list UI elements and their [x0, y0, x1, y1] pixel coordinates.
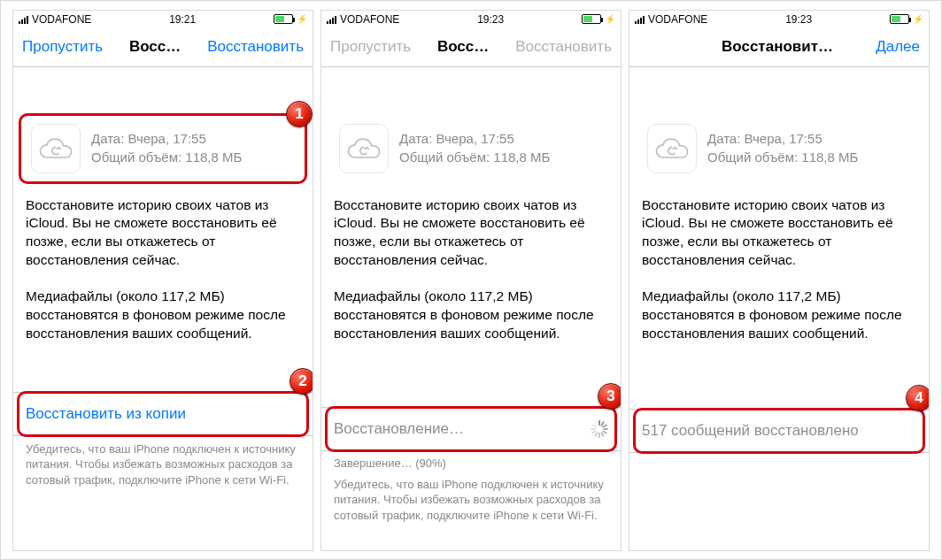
- nav-restore-link[interactable]: Восстановить: [207, 38, 304, 55]
- wifi-disclaimer: Убедитесь, что ваш iPhone подключен к ис…: [334, 472, 608, 524]
- nav-bar: Восстановить из iCloud Далее: [629, 28, 929, 67]
- restored-row: 517 сообщений восстановлено 4: [629, 409, 929, 453]
- restore-description: Восстановите историю своих чатов из iClo…: [642, 196, 916, 271]
- nav-skip-link: Пропустить: [330, 38, 411, 55]
- backup-date: Дата: Вчера, 17:55: [707, 130, 858, 148]
- media-description: Медиафайлы (около 117,2 МБ) восстановятс…: [642, 288, 916, 343]
- backup-size: Общий объём: 118,8 МБ: [91, 149, 242, 166]
- nav-bar: Пропустить Восс… Восстановить: [321, 28, 621, 67]
- nav-title: Восстановить из iCloud: [718, 38, 840, 56]
- content-area: Дата: Вчера, 17:55 Общий объём: 118,8 МБ…: [321, 67, 621, 550]
- wifi-disclaimer: Убедитесь, что ваш iPhone подключен к ис…: [26, 436, 300, 488]
- restored-count-label: 517 сообщений восстановлено: [642, 422, 859, 440]
- media-description: Медиафайлы (около 117,2 МБ) восстановятс…: [26, 288, 300, 343]
- content-area: Дата: Вчера, 17:55 Общий объём: 118,8 МБ…: [629, 67, 929, 550]
- media-description: Медиафайлы (около 117,2 МБ) восстановятс…: [334, 288, 608, 343]
- battery-icon: [890, 14, 909, 24]
- content-area: Дата: Вчера, 17:55 Общий объём: 118,8 МБ…: [13, 67, 313, 550]
- screenshot-stage: VODAFONE 19:21 ⚡ Пропустить Восс… Восста…: [0, 0, 942, 560]
- restoring-row: Восстановление… 3: [321, 407, 621, 451]
- signal-icon: [19, 15, 28, 24]
- annotation-badge-1: 1: [286, 101, 313, 127]
- clock-label: 19:23: [785, 13, 812, 26]
- clock-label: 19:21: [169, 13, 196, 26]
- annotation-badge-4: 4: [906, 385, 930, 411]
- restore-description: Восстановите историю своих чатов из iClo…: [26, 196, 300, 271]
- nav-title: Восс…: [411, 38, 515, 56]
- backup-size: Общий объём: 118,8 МБ: [399, 149, 550, 166]
- charging-icon: ⚡: [605, 14, 615, 24]
- status-bar: VODAFONE 19:23 ⚡: [629, 11, 929, 28]
- signal-icon: [327, 15, 336, 24]
- nav-bar: Пропустить Восс… Восстановить: [13, 28, 313, 67]
- carrier-label: VODAFONE: [340, 13, 399, 26]
- carrier-label: VODAFONE: [32, 13, 91, 26]
- status-bar: VODAFONE 19:21 ⚡: [13, 11, 313, 28]
- annotation-badge-2: 2: [290, 368, 313, 395]
- restore-from-copy-label: Восстановить из копии: [26, 405, 186, 423]
- nav-next-link[interactable]: Далее: [876, 38, 920, 55]
- backup-card: Дата: Вчера, 17:55 Общий объём: 118,8 МБ…: [26, 117, 300, 180]
- backup-date: Дата: Вчера, 17:55: [91, 130, 242, 148]
- spinner-icon: [591, 420, 608, 438]
- phone-screen-2: VODAFONE 19:23 ⚡ Пропустить Восс… Восста…: [320, 10, 622, 551]
- phone-screen-3: VODAFONE 19:23 ⚡ Восстановить из iCloud …: [629, 10, 930, 551]
- charging-icon: ⚡: [913, 14, 923, 24]
- backup-card: Дата: Вчера, 17:55 Общий объём: 118,8 МБ: [334, 117, 608, 180]
- backup-size: Общий объём: 118,8 МБ: [707, 149, 858, 166]
- carrier-label: VODAFONE: [648, 13, 707, 26]
- battery-icon: [274, 14, 293, 24]
- charging-icon: ⚡: [297, 14, 307, 24]
- phone-screen-1: VODAFONE 19:21 ⚡ Пропустить Восс… Восста…: [12, 10, 313, 551]
- signal-icon: [635, 15, 645, 24]
- nav-skip-link[interactable]: Пропустить: [22, 38, 103, 55]
- restoring-label: Восстановление…: [334, 420, 464, 438]
- clock-label: 19:23: [477, 13, 504, 26]
- battery-icon: [582, 14, 601, 24]
- backup-card: Дата: Вчера, 17:55 Общий объём: 118,8 МБ: [642, 117, 916, 180]
- nav-title: Восс…: [103, 38, 207, 56]
- restore-from-copy-button[interactable]: Восстановить из копии 2: [13, 392, 313, 436]
- progress-text: Завершение… (90%): [334, 451, 608, 472]
- nav-restore-link: Восстановить: [515, 38, 612, 55]
- cloud-icon: [647, 124, 697, 173]
- annotation-badge-3: 3: [598, 383, 622, 410]
- cloud-icon: [339, 124, 389, 173]
- cloud-icon: [31, 124, 81, 173]
- backup-date: Дата: Вчера, 17:55: [399, 130, 550, 148]
- restore-description: Восстановите историю своих чатов из iClo…: [334, 196, 608, 271]
- status-bar: VODAFONE 19:23 ⚡: [321, 11, 621, 28]
